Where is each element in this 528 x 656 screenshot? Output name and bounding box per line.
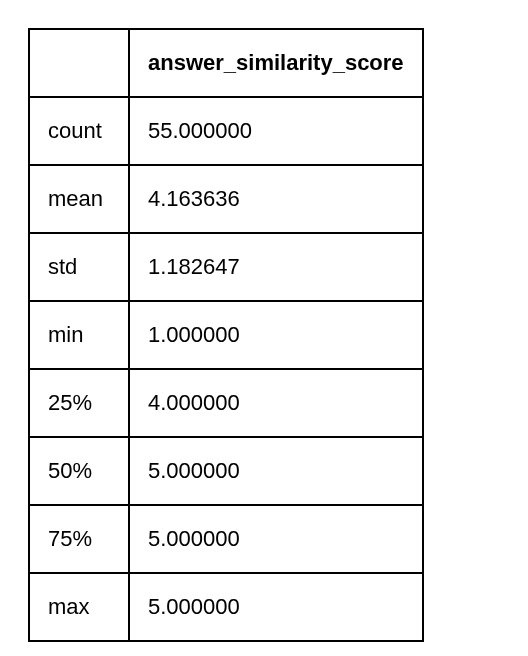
row-label-std: std xyxy=(29,233,129,301)
header-empty xyxy=(29,29,129,97)
table-row: max 5.000000 xyxy=(29,573,423,641)
table-row: min 1.000000 xyxy=(29,301,423,369)
row-label-mean: mean xyxy=(29,165,129,233)
row-label-count: count xyxy=(29,97,129,165)
row-label-max: max xyxy=(29,573,129,641)
row-value-max: 5.000000 xyxy=(129,573,423,641)
table-row: count 55.000000 xyxy=(29,97,423,165)
row-value-std: 1.182647 xyxy=(129,233,423,301)
row-value-25pct: 4.000000 xyxy=(129,369,423,437)
row-label-25pct: 25% xyxy=(29,369,129,437)
row-value-75pct: 5.000000 xyxy=(129,505,423,573)
table-row: mean 4.163636 xyxy=(29,165,423,233)
row-value-50pct: 5.000000 xyxy=(129,437,423,505)
table-row: std 1.182647 xyxy=(29,233,423,301)
row-label-75pct: 75% xyxy=(29,505,129,573)
table-row: 25% 4.000000 xyxy=(29,369,423,437)
header-column: answer_similarity_score xyxy=(129,29,423,97)
row-value-min: 1.000000 xyxy=(129,301,423,369)
row-value-mean: 4.163636 xyxy=(129,165,423,233)
table-row: 75% 5.000000 xyxy=(29,505,423,573)
row-label-50pct: 50% xyxy=(29,437,129,505)
row-value-count: 55.000000 xyxy=(129,97,423,165)
row-label-min: min xyxy=(29,301,129,369)
stats-table: answer_similarity_score count 55.000000 … xyxy=(28,28,424,642)
table-header-row: answer_similarity_score xyxy=(29,29,423,97)
table-row: 50% 5.000000 xyxy=(29,437,423,505)
